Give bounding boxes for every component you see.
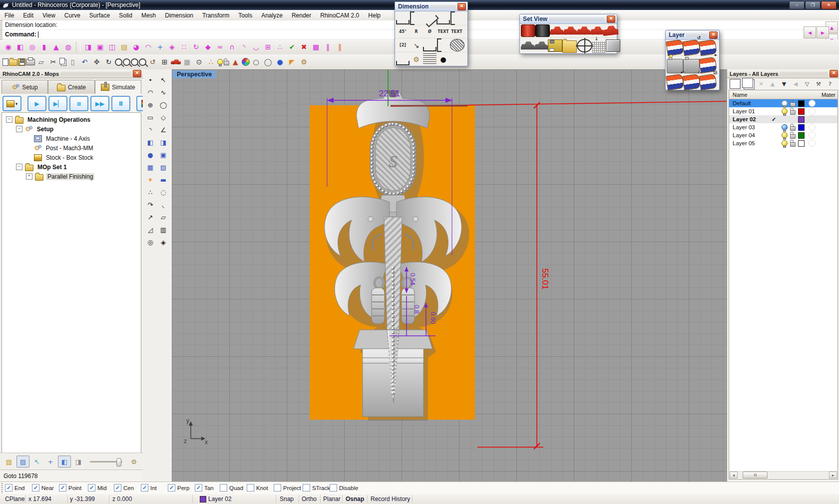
dim-angle[interactable]: 45° [396,26,410,37]
view-cube[interactable] [606,39,620,52]
layers-scrollbar[interactable]: ◂ ▸ [730,471,837,479]
open-view-file[interactable] [562,40,577,53]
edit-layers[interactable] [666,39,684,56]
layer-material[interactable] [809,140,816,147]
layer-material[interactable] [809,132,816,139]
close-icon[interactable]: ✕ [457,3,466,10]
leader[interactable]: ↘ [410,39,423,51]
close-button[interactable]: ✕ [821,1,837,9]
curve-edit[interactable]: ∿ [157,87,169,98]
tree-item-setup[interactable]: −Setup [2,124,141,134]
perspective-viewport[interactable]: Perspective [172,69,727,482]
status-y-31-399[interactable]: y -31.399 [70,496,95,503]
mesh-rotate[interactable]: ↻ [190,41,202,52]
set-view-car[interactable] [171,59,181,65]
dim-ordinate[interactable] [450,11,463,25]
print[interactable] [26,59,35,65]
expander-icon[interactable]: − [6,116,12,123]
mesh-polyhedron[interactable]: ◆ [202,41,214,52]
menu-transform[interactable]: Transform [198,10,234,20]
set-view-palette-title[interactable]: Set View ✕ [520,14,617,24]
checkbox-knot[interactable] [247,484,254,492]
layer-color-swatch[interactable] [798,100,805,107]
checkbox-quad[interactable] [220,484,227,492]
sim-stock-toggle[interactable]: ▧ [3,456,15,467]
viewport-layout[interactable]: ⊞ [159,56,170,67]
layer-row-default[interactable]: Default [729,99,838,107]
simulate-play[interactable]: ▶ [27,96,46,111]
pointer-tool[interactable]: ↖ [157,74,169,85]
menu-render[interactable]: Render [287,10,316,20]
render-preview[interactable]: ◯ [262,56,274,67]
view-target[interactable] [577,39,592,52]
menu-rhinocam-2-0[interactable]: RhinoCAM 2.0 [316,10,364,20]
layer-row-layer-01[interactable]: Layer 01 [729,107,838,115]
fillet-tool[interactable]: ◟ [157,199,169,210]
mesh-check[interactable]: ✔ [286,41,298,52]
dimension-height[interactable]: 55.01 [477,102,550,449]
explode-tool[interactable]: ✶ [144,174,156,185]
text-edit[interactable]: TEXT [450,26,463,37]
layer-color-swatch[interactable] [798,108,805,115]
dim-rotated[interactable] [436,12,450,24]
checkbox-end[interactable]: ✓ [5,484,12,492]
mesh-cylinder[interactable]: ◨ [82,41,94,52]
status-layer-02[interactable]: Layer 02 [200,496,232,503]
delete-layer[interactable]: ✕ [756,79,766,88]
menu-edit[interactable]: Edit [18,10,38,20]
menu-file[interactable]: File [0,10,18,20]
new-file[interactable] [2,58,8,66]
scroll-right-icon[interactable]: ▸ [829,472,837,479]
view-perspective[interactable] [602,23,619,38]
osnap-tan[interactable]: ✓Tan [195,484,214,492]
surface-patch-tool[interactable]: ◧ [144,137,156,148]
mesh-add[interactable]: ⊞ [262,41,274,52]
surface-ellipsoid[interactable]: ◎ [26,41,38,52]
layer-color-swatch[interactable] [798,124,805,131]
lock-objects[interactable] [224,61,229,65]
layer-color-swatch[interactable] [798,140,805,147]
import-obj[interactable]: ▤ [118,41,130,52]
menu-analyze[interactable]: Analyze [257,10,287,20]
mesh-grid-color[interactable]: ▩ [310,41,322,52]
options-gear[interactable]: ⚙ [298,56,310,67]
tree-item-mop-set-1[interactable]: −MOp Set 1 [2,162,141,172]
layer-visibility-bulb[interactable] [782,108,788,114]
minimize-button[interactable]: – [789,1,805,9]
layer-material[interactable] [809,124,816,131]
simulate-to-end[interactable]: ▶▏ [48,96,67,111]
duplicate-layer[interactable] [742,78,753,88]
open-file[interactable] [9,59,17,66]
menu-dimension[interactable]: Dimension [160,10,198,20]
shaded-display[interactable] [521,24,535,37]
curve-tool[interactable]: ◠ [144,87,156,98]
mesh-handles[interactable]: ∴ [274,41,286,52]
layer-color-swatch[interactable] [798,132,805,139]
checkbox-project[interactable] [274,484,281,492]
checkbox-tan[interactable]: ✓ [195,484,202,492]
dot[interactable]: ● [436,53,450,65]
extend-tool[interactable]: ↷ [144,199,156,210]
layer-back[interactable] [682,39,701,56]
box-tool[interactable]: ▣ [157,149,169,160]
dropdown-icon[interactable]: ▾ [15,101,18,106]
point-cloud[interactable]: ∴ [205,56,217,67]
offset-tool[interactable]: ◎ [144,237,156,248]
osnap-knot[interactable]: Knot [247,484,268,492]
points-on[interactable]: ∴ [144,187,156,198]
cplane-grid[interactable]: ▦ [181,56,193,67]
layer-color-swatch[interactable] [798,116,805,123]
sim-axes[interactable]: + [44,456,56,467]
dim-small-vertical[interactable] [437,38,449,52]
mesh-bend[interactable]: ◝ [238,41,250,52]
status-ortho[interactable]: Ortho [302,496,317,503]
osnap-quad[interactable]: Quad [220,484,243,492]
osnap-perp[interactable]: ✓Perp [168,484,189,492]
osnap-end[interactable]: ✓End [5,484,24,492]
pan-view[interactable]: ✥ [91,56,102,67]
new-layer[interactable] [730,79,741,89]
dim-radius[interactable]: R [410,26,423,37]
scrollbar-thumb[interactable] [743,472,768,479]
layer-material[interactable] [809,108,816,115]
scroll-right-icon[interactable]: ▸ [817,26,829,38]
